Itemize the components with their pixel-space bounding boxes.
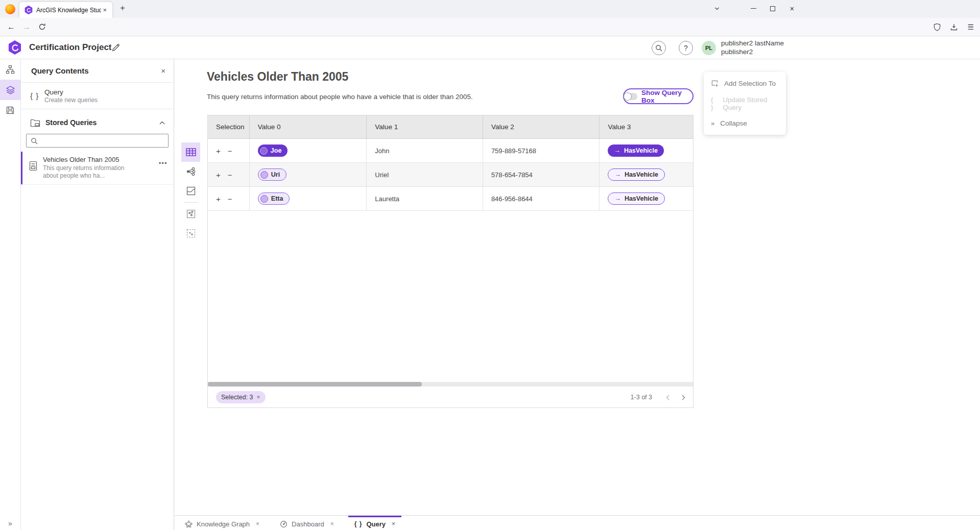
column-header-value2[interactable]: Value 2 [483, 115, 600, 138]
next-page-icon[interactable] [681, 394, 686, 401]
edit-pencil-icon[interactable] [111, 43, 120, 52]
share-nodes-icon [186, 167, 196, 176]
browser-tab[interactable]: ArcGIS Knowledge Studio × [19, 2, 112, 18]
menu-hamburger-icon[interactable]: ☰ [967, 23, 974, 31]
braces-icon: { } [711, 96, 718, 111]
column-header-value0[interactable]: Value 0 [250, 115, 367, 138]
selection-action-menu: Add Selection To { } Update Stored Query… [704, 72, 786, 135]
tab-close-icon[interactable]: × [330, 520, 334, 527]
show-query-box-toggle[interactable]: Show Query Box [623, 88, 694, 104]
user-name-block[interactable]: publisher2 lastName publisher2 [721, 39, 784, 56]
selected-indicator [21, 152, 22, 184]
tab-close-icon[interactable]: × [101, 6, 108, 14]
user-secondary: publisher2 [721, 48, 784, 57]
firefox-icon[interactable] [5, 4, 15, 14]
cell-value2[interactable]: 759-889-57168 [483, 139, 600, 162]
data-model-button[interactable] [0, 59, 20, 80]
relationship-pill[interactable]: →HasVehicle [608, 144, 664, 157]
menu-item-label: Update Stored Query [723, 96, 779, 111]
relationship-pill[interactable]: →HasVehicle [608, 168, 665, 181]
stored-query-title: Vehicles Older Than 2005 [43, 156, 159, 163]
tab-close-icon[interactable]: × [392, 520, 395, 527]
column-header-value1[interactable]: Value 1 [367, 115, 483, 138]
save-floppy-icon [6, 106, 15, 115]
selected-count-label: Selected: 3 [221, 394, 253, 401]
protections-shield-icon[interactable] [934, 23, 941, 31]
window-maximize-button[interactable] [763, 0, 782, 17]
cell-value1[interactable]: John [367, 139, 483, 162]
previous-page-icon[interactable] [665, 394, 670, 401]
query-item-title: Query [44, 88, 98, 96]
relationship-pill[interactable]: →HasVehicle [608, 192, 665, 205]
chevron-up-icon[interactable] [159, 121, 165, 125]
cell-value2[interactable]: 578-654-7854 [483, 163, 600, 186]
remove-from-selection-icon[interactable]: − [228, 171, 232, 179]
new-tab-button[interactable]: + [116, 3, 129, 13]
tab-dashboard[interactable]: Dashboard × [274, 516, 340, 530]
remove-from-selection-icon[interactable]: − [228, 195, 232, 203]
add-selection-to-item[interactable]: Add Selection To [704, 74, 786, 93]
table-icon [186, 148, 196, 156]
save-to-library-icon[interactable] [950, 23, 958, 31]
table-view-button[interactable] [181, 142, 200, 162]
stored-queries-header[interactable]: Stored Queries [21, 114, 174, 131]
entity-pill[interactable]: Joe [258, 144, 288, 157]
collapse-item[interactable]: » Collapse [704, 113, 786, 133]
select-tool-button[interactable] [181, 224, 200, 243]
add-to-selection-icon[interactable]: + [216, 195, 221, 203]
table-row[interactable]: +− Uri Uriel 578-654-7854 →HasVehicle [208, 163, 693, 187]
window-minimize-button[interactable] [744, 0, 763, 17]
table-row[interactable]: +− Joe John 759-889-57168 →HasVehicle [208, 139, 693, 163]
search-icon [31, 137, 38, 144]
entity-pill[interactable]: Uri [258, 168, 286, 181]
avatar[interactable]: PL [702, 41, 716, 55]
cell-value2[interactable]: 846-956-8644 [483, 187, 600, 210]
stored-queries-search-input[interactable] [26, 134, 169, 148]
tabs-list-chevron-icon[interactable] [714, 6, 720, 12]
dashboard-gauge-icon [280, 520, 288, 528]
map-view-button[interactable] [181, 181, 200, 201]
stored-query-item[interactable]: Vehicles Older Than 2005 This query retu… [21, 152, 174, 185]
knowledge-graph-icon [185, 520, 193, 528]
panel-close-icon[interactable]: × [161, 66, 165, 75]
question-mark-icon: ? [684, 44, 688, 52]
link-chart-view-button[interactable] [181, 162, 200, 181]
cell-value1[interactable]: Lauretta [367, 187, 483, 210]
hierarchy-icon [6, 65, 15, 74]
graph-selection-button[interactable] [181, 204, 200, 224]
toggle-switch[interactable] [624, 93, 637, 100]
scrollbar-thumb[interactable] [208, 382, 422, 387]
graph-in-box-icon [186, 209, 196, 219]
query-item[interactable]: { } Query Create new queries [21, 83, 174, 109]
clear-selection-icon[interactable]: × [257, 394, 260, 401]
search-button[interactable] [652, 41, 666, 55]
user-name: publisher2 lastName [721, 39, 784, 48]
back-button[interactable]: ← [4, 18, 18, 36]
tab-knowledge-graph[interactable]: Knowledge Graph × [179, 516, 266, 530]
cell-value1[interactable]: Uriel [367, 163, 483, 186]
menu-item-label: Collapse [720, 119, 747, 127]
tab-close-icon[interactable]: × [256, 520, 259, 527]
column-header-value3[interactable]: Value 3 [600, 115, 693, 138]
window-close-button[interactable]: × [782, 0, 802, 17]
save-button[interactable] [0, 100, 20, 121]
tab-label: Knowledge Graph [197, 520, 250, 528]
entity-pill[interactable]: Etta [258, 192, 290, 205]
layers-icon [6, 85, 15, 95]
contents-button[interactable] [0, 80, 20, 100]
add-to-selection-icon[interactable]: + [216, 171, 221, 179]
table-row[interactable]: +− Etta Lauretta 846-956-8644 →HasVehicl… [208, 187, 693, 211]
remove-from-selection-icon[interactable]: − [228, 147, 232, 155]
tab-query[interactable]: { } Query × [348, 516, 401, 530]
add-to-selection-icon[interactable]: + [216, 147, 221, 155]
reload-button[interactable] [35, 18, 49, 36]
tab-label: Dashboard [292, 520, 324, 528]
column-header-selection[interactable]: Selection [208, 115, 250, 138]
expand-rail-button[interactable]: » [0, 519, 20, 527]
selected-count-chip[interactable]: Selected: 3 × [216, 391, 266, 403]
horizontal-scrollbar[interactable] [208, 382, 693, 387]
folder-icon [30, 118, 40, 127]
arrow-right-icon: → [614, 171, 621, 178]
help-button[interactable]: ? [679, 41, 693, 55]
more-options-icon[interactable]: ••• [159, 160, 168, 167]
